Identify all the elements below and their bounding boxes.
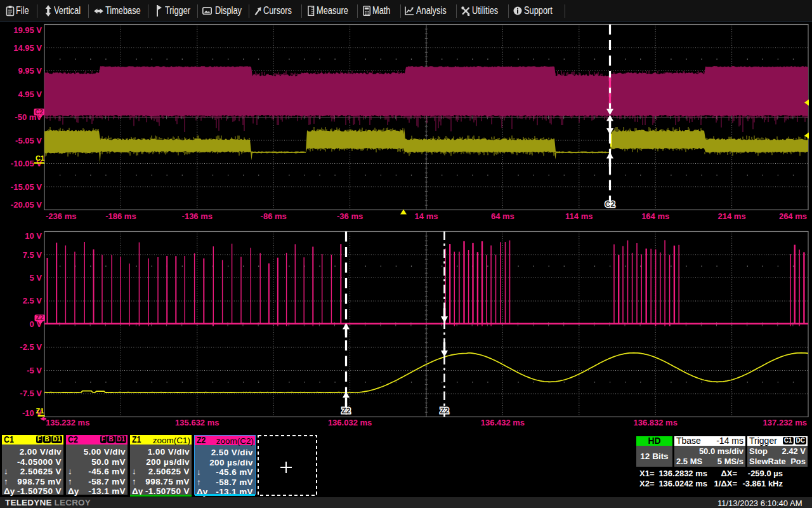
svg-text:-5 V: -5 V [27, 366, 42, 375]
svg-text:4.95 V: 4.95 V [18, 90, 42, 99]
svg-text:-186 ms: -186 ms [105, 211, 136, 221]
svg-text:14.95 V: 14.95 V [13, 43, 42, 53]
svg-text:Z1: Z1 [36, 407, 44, 415]
svg-text:-136 ms: -136 ms [182, 211, 213, 221]
svg-text:5 V: 5 V [29, 273, 42, 283]
svg-text:164 ms: 164 ms [641, 211, 669, 221]
svg-text:-15.05 V: -15.05 V [11, 182, 42, 192]
svg-text:C2: C2 [35, 109, 43, 116]
svg-text:Z2: Z2 [36, 314, 44, 321]
svg-text:9.95 V: 9.95 V [18, 66, 42, 76]
svg-text:264 ms: 264 ms [779, 211, 807, 221]
svg-text:14 ms: 14 ms [415, 211, 438, 221]
svg-text:136.032 ms: 136.032 ms [328, 418, 372, 427]
svg-text:-7.5 V: -7.5 V [20, 389, 42, 398]
svg-text:C1: C1 [36, 154, 44, 162]
svg-text:137.232 ms: 137.232 ms [763, 418, 807, 427]
svg-text:-2.5 V: -2.5 V [20, 342, 42, 352]
svg-text:Z2: Z2 [341, 406, 350, 415]
svg-text:-20.05 V: -20.05 V [11, 200, 42, 210]
svg-text:10 V: 10 V [25, 231, 42, 241]
svg-text:-5.05 V: -5.05 V [15, 136, 42, 145]
svg-text:C2: C2 [605, 200, 615, 209]
svg-text:135.232 ms: 135.232 ms [46, 418, 89, 427]
svg-text:19.95 V: 19.95 V [13, 25, 42, 35]
svg-text:136.832 ms: 136.832 ms [633, 418, 677, 427]
svg-text:-86 ms: -86 ms [261, 211, 287, 221]
svg-text:2.5 V: 2.5 V [23, 296, 43, 305]
svg-text:-236 ms: -236 ms [46, 211, 76, 221]
svg-text:114 ms: 114 ms [565, 211, 593, 221]
svg-text:135.632 ms: 135.632 ms [175, 418, 219, 427]
svg-text:136.432 ms: 136.432 ms [481, 418, 525, 427]
svg-text:-36 ms: -36 ms [337, 211, 363, 221]
svg-text:7.5 V: 7.5 V [23, 250, 43, 260]
svg-text:64 ms: 64 ms [491, 211, 514, 221]
svg-text:214 ms: 214 ms [718, 211, 746, 221]
svg-text:Z2: Z2 [440, 406, 449, 415]
